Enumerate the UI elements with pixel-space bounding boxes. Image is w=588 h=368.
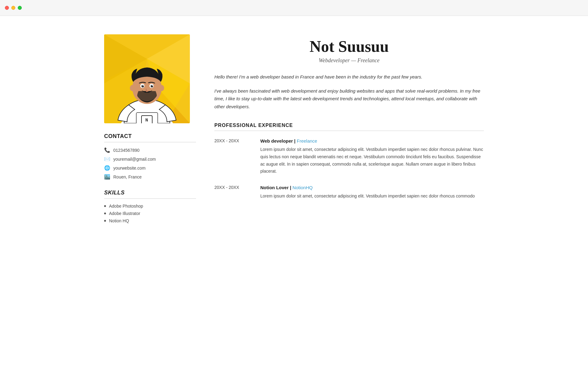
profile-bio-1: Hello there! I'm a web developer based i… (214, 73, 484, 81)
experience-dates-2: 20XX - 20XX (214, 185, 248, 200)
experience-item-1: 20XX - 20XX Web developer | Freelance Lo… (214, 138, 484, 175)
job-title-2: Notion Lover (260, 185, 289, 190)
left-column: N </> (104, 34, 196, 226)
minimize-button[interactable] (11, 6, 15, 10)
experience-section-title: PROFESSIONAL EXPERIENCE (214, 123, 484, 128)
phone-number: 01234567890 (113, 148, 140, 153)
contact-website: 🌐 yourwebsite.com (104, 165, 196, 171)
profile-name: Not Suusuu (214, 37, 484, 56)
contact-location: 🏙️ Rouen, France (104, 174, 196, 180)
close-button[interactable] (5, 6, 9, 10)
profile-image: N </> (104, 34, 190, 123)
experience-title-1: Web developer | Freelance (260, 138, 484, 144)
profile-bio-2: I've always been fascinated with web dev… (214, 87, 484, 111)
experience-desc-2: Lorem ipsum dolor sit amet, consectetur … (260, 193, 484, 200)
svg-point-19 (130, 85, 135, 91)
right-column: Not Suusuu Webdeveloper — Freelance Hell… (214, 34, 484, 210)
contact-email: ✉️ youremail@gmail.com (104, 156, 196, 162)
resume-layout: N </> (104, 34, 484, 226)
experience-details-1: Web developer | Freelance Lorem ipsum do… (260, 138, 484, 175)
skill-item-1: Adobe Photoshop (104, 204, 196, 209)
title-separator-2: | (290, 185, 292, 190)
profile-subtitle: Webdeveloper — Freelance (214, 57, 484, 64)
experience-details-2: Notion Lover | NotionHQ Lorem ipsum dolo… (260, 185, 484, 200)
skill-label: Adobe Illustrator (109, 211, 140, 216)
experience-item-2: 20XX - 20XX Notion Lover | NotionHQ Lore… (214, 185, 484, 200)
svg-text:N: N (145, 117, 148, 122)
email-icon: ✉️ (104, 156, 110, 162)
maximize-button[interactable] (18, 6, 22, 10)
website-icon: 🌐 (104, 165, 110, 171)
location-text: Rouen, France (113, 174, 142, 179)
skill-bullet (104, 213, 106, 214)
skills-divider (104, 198, 196, 199)
phone-icon: 📞 (104, 147, 110, 153)
contact-section-title: CONTACT (104, 133, 196, 140)
job-title-1: Web developer (260, 138, 293, 144)
contact-divider (104, 142, 196, 142)
experience-desc-1: Lorem ipsum dolor sit amet, consectetur … (260, 146, 484, 175)
skill-item-3: Notion HQ (104, 218, 196, 223)
svg-point-20 (159, 85, 164, 91)
skills-section-title: SKILLS (104, 190, 196, 196)
title-separator-1: | (294, 138, 297, 144)
contact-phone: 📞 01234567890 (104, 147, 196, 153)
experience-title-2: Notion Lover | NotionHQ (260, 185, 484, 190)
company-link-2[interactable]: NotionHQ (292, 185, 313, 190)
skill-label: Notion HQ (109, 218, 129, 223)
skill-item-2: Adobe Illustrator (104, 211, 196, 216)
skill-bullet (104, 205, 106, 207)
location-icon: 🏙️ (104, 174, 110, 180)
website-url: yourwebsite.com (113, 166, 145, 171)
email-address: youremail@gmail.com (113, 157, 156, 162)
svg-point-18 (152, 85, 153, 86)
experience-divider (214, 131, 484, 131)
main-content: N </> (80, 16, 508, 244)
svg-point-17 (143, 85, 144, 86)
company-link-1[interactable]: Freelance (297, 138, 317, 144)
experience-dates-1: 20XX - 20XX (214, 138, 248, 175)
titlebar (0, 0, 588, 16)
skill-bullet (104, 220, 106, 222)
skill-label: Adobe Photoshop (109, 204, 143, 209)
